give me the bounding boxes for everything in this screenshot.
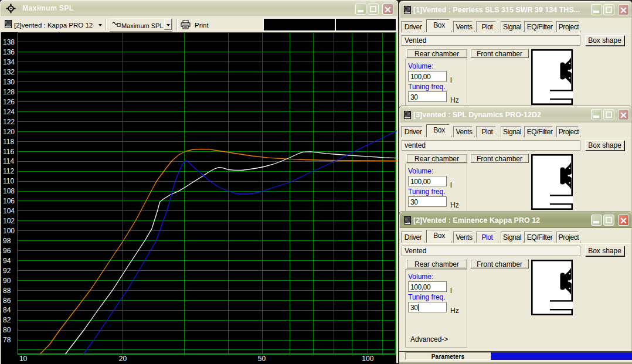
- svg-text:78: 78: [3, 336, 11, 344]
- svg-text:128: 128: [3, 88, 15, 96]
- svg-text:132: 132: [3, 68, 15, 76]
- svg-text:136: 136: [3, 48, 15, 56]
- svg-text:100: 100: [3, 227, 15, 235]
- svg-text:108: 108: [3, 187, 15, 195]
- svg-text:134: 134: [3, 58, 15, 66]
- svg-text:92: 92: [3, 267, 11, 275]
- svg-text:110: 110: [3, 177, 14, 185]
- svg-text:124: 124: [3, 108, 15, 116]
- svg-text:98: 98: [3, 237, 11, 245]
- svg-text:20: 20: [119, 355, 127, 363]
- svg-text:118: 118: [3, 138, 14, 146]
- svg-text:94: 94: [3, 257, 11, 265]
- svg-text:130: 130: [3, 78, 15, 86]
- svg-text:138: 138: [3, 38, 15, 46]
- svg-text:80: 80: [3, 326, 11, 334]
- svg-text:102: 102: [3, 217, 15, 225]
- svg-text:104: 104: [3, 207, 15, 215]
- svg-text:90: 90: [3, 277, 11, 285]
- svg-text:96: 96: [3, 247, 11, 255]
- svg-text:100: 100: [362, 355, 373, 363]
- svg-text:112: 112: [3, 167, 14, 175]
- svg-text:86: 86: [3, 297, 11, 305]
- svg-text:114: 114: [3, 157, 14, 165]
- svg-text:82: 82: [3, 316, 11, 324]
- svg-text:84: 84: [3, 306, 11, 314]
- svg-text:116: 116: [3, 148, 14, 156]
- svg-text:88: 88: [3, 287, 11, 295]
- svg-text:120: 120: [3, 128, 15, 136]
- svg-text:50: 50: [258, 355, 266, 363]
- svg-text:122: 122: [3, 118, 15, 126]
- svg-text:126: 126: [3, 98, 15, 106]
- svg-text:10: 10: [19, 355, 28, 363]
- svg-text:106: 106: [3, 197, 15, 205]
